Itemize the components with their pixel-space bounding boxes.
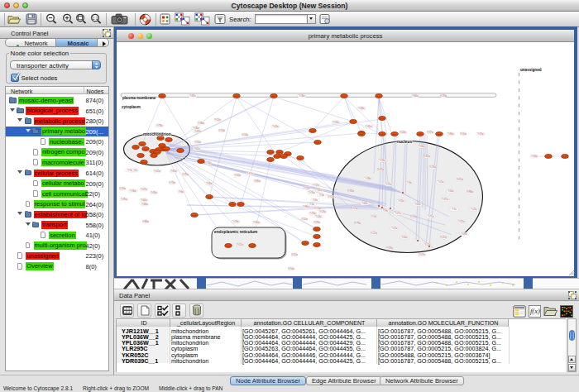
svg-text:Yr36w: Yr36w bbox=[130, 189, 136, 193]
svg-text:Yr61w: Yr61w bbox=[457, 178, 463, 181]
svg-text:Yr43w: Yr43w bbox=[461, 232, 467, 236]
svg-text:Yr61w: Yr61w bbox=[170, 170, 177, 173]
svg-text:Yr85w: Yr85w bbox=[254, 179, 261, 183]
svg-text:Yr76w: Yr76w bbox=[309, 191, 315, 194]
svg-text:Yr4w: Yr4w bbox=[407, 181, 412, 184]
svg-text:Yr34w: Yr34w bbox=[358, 107, 365, 110]
svg-text:Yr4w: Yr4w bbox=[206, 161, 211, 165]
svg-text:Yr54w: Yr54w bbox=[288, 267, 294, 270]
svg-text:Yr20w: Yr20w bbox=[119, 187, 126, 190]
svg-text:Yr67w: Yr67w bbox=[442, 198, 448, 201]
svg-text:Yr64w: Yr64w bbox=[401, 236, 408, 239]
svg-text:Yr15w: Yr15w bbox=[328, 195, 334, 198]
svg-text:Yr13w: Yr13w bbox=[314, 207, 321, 210]
svg-text:Yr36w: Yr36w bbox=[198, 122, 204, 125]
svg-text:Yr55w: Yr55w bbox=[194, 141, 201, 144]
svg-text:Yr1w: Yr1w bbox=[309, 203, 314, 206]
svg-text:Yr70w: Yr70w bbox=[385, 183, 392, 186]
svg-text:Yr23w: Yr23w bbox=[319, 210, 326, 213]
svg-text:Yr82w: Yr82w bbox=[189, 94, 196, 98]
svg-text:Yr1w: Yr1w bbox=[452, 208, 457, 211]
svg-text:Yr47w: Yr47w bbox=[141, 188, 147, 191]
svg-text:Yr27w: Yr27w bbox=[395, 212, 401, 215]
svg-text:Yr66w: Yr66w bbox=[141, 203, 148, 206]
svg-text:Yr59w: Yr59w bbox=[386, 246, 393, 250]
svg-text:Yr22w: Yr22w bbox=[440, 236, 447, 239]
svg-text:Yr35w: Yr35w bbox=[121, 198, 127, 201]
svg-text:Yr41w: Yr41w bbox=[438, 180, 444, 184]
svg-text:Yr10w: Yr10w bbox=[460, 132, 467, 136]
svg-text:Yr73w: Yr73w bbox=[169, 181, 175, 184]
svg-text:Yr79w: Yr79w bbox=[182, 173, 189, 176]
svg-text:1:1: 1:1 bbox=[92, 17, 98, 21]
svg-text:cytoplasm: cytoplasm bbox=[122, 105, 141, 109]
svg-text:Yr32w: Yr32w bbox=[347, 189, 354, 193]
svg-text:Yr78w: Yr78w bbox=[156, 124, 163, 127]
svg-text:nucleus: nucleus bbox=[397, 140, 412, 144]
svg-text:Yr33w: Yr33w bbox=[379, 159, 385, 162]
svg-text:Yr14w: Yr14w bbox=[242, 133, 248, 136]
svg-text:Yr24w: Yr24w bbox=[400, 131, 406, 134]
svg-text:Yr64w: Yr64w bbox=[361, 202, 368, 205]
svg-text:Yr41w: Yr41w bbox=[154, 170, 160, 173]
svg-text:Yr7w: Yr7w bbox=[127, 169, 132, 172]
svg-text:Yr72w: Yr72w bbox=[313, 184, 319, 187]
svg-text:Yr0w: Yr0w bbox=[313, 198, 318, 202]
svg-text:Yr9w: Yr9w bbox=[383, 209, 388, 213]
svg-text:Yr13w: Yr13w bbox=[429, 165, 436, 169]
svg-text:Yr31w: Yr31w bbox=[477, 132, 484, 136]
svg-text:Yr25w: Yr25w bbox=[458, 220, 465, 223]
svg-text:Yr71w: Yr71w bbox=[428, 215, 434, 218]
svg-text:Yr82w: Yr82w bbox=[316, 189, 323, 192]
svg-text:Yr40w: Yr40w bbox=[414, 203, 421, 206]
svg-text:Yr52w: Yr52w bbox=[237, 243, 243, 246]
svg-text:Yr88w: Yr88w bbox=[142, 220, 149, 223]
svg-text:Yr6w: Yr6w bbox=[179, 190, 184, 194]
svg-text:Yr29w: Yr29w bbox=[440, 94, 447, 98]
svg-text:Yr54w: Yr54w bbox=[234, 174, 241, 177]
svg-text:Yr60w: Yr60w bbox=[141, 198, 147, 202]
svg-text:Yr2w: Yr2w bbox=[371, 215, 376, 218]
svg-text:Yr86w: Yr86w bbox=[303, 205, 309, 208]
svg-text:plasma membrane: plasma membrane bbox=[122, 96, 156, 100]
svg-text:Yr13w: Yr13w bbox=[309, 212, 316, 215]
svg-text:Yr88w: Yr88w bbox=[467, 190, 473, 194]
svg-text:Yr84w: Yr84w bbox=[412, 94, 419, 98]
svg-text:Yr16w: Yr16w bbox=[398, 199, 404, 203]
svg-text:Yr42w: Yr42w bbox=[377, 168, 384, 171]
svg-text:Yr67w: Yr67w bbox=[246, 172, 253, 175]
svg-text:Yr62w: Yr62w bbox=[194, 147, 200, 151]
svg-text:Yr45w: Yr45w bbox=[253, 221, 260, 224]
svg-text:Yr63w: Yr63w bbox=[151, 191, 157, 194]
svg-text:Yr36w: Yr36w bbox=[193, 127, 199, 130]
svg-text:Yr64w: Yr64w bbox=[304, 186, 310, 189]
svg-text:Yr25w: Yr25w bbox=[471, 208, 477, 211]
svg-text:unassigned: unassigned bbox=[520, 68, 542, 72]
svg-text:Yr65w: Yr65w bbox=[366, 125, 372, 128]
svg-text:Yr36w: Yr36w bbox=[299, 94, 305, 98]
svg-text:Yr17w: Yr17w bbox=[419, 253, 425, 256]
svg-text:Yr64w: Yr64w bbox=[447, 189, 454, 193]
svg-text:Yr20w: Yr20w bbox=[333, 121, 339, 124]
svg-text:Yr2w: Yr2w bbox=[319, 194, 324, 197]
svg-text:Yr57w: Yr57w bbox=[351, 207, 357, 210]
svg-text:Yr29w: Yr29w bbox=[313, 221, 320, 224]
svg-text:Yr42w: Yr42w bbox=[194, 130, 201, 133]
svg-text:Yr64w: Yr64w bbox=[419, 145, 425, 148]
svg-text:Yr38w: Yr38w bbox=[365, 177, 371, 180]
svg-text:Yr84w: Yr84w bbox=[447, 132, 454, 136]
svg-text:Yr57w: Yr57w bbox=[427, 131, 433, 134]
svg-text:Yr19w: Yr19w bbox=[232, 220, 239, 223]
svg-text:Yr41w: Yr41w bbox=[272, 125, 279, 128]
svg-text:endoplasmic reticulum: endoplasmic reticulum bbox=[214, 230, 257, 234]
svg-text:mitochondrion: mitochondrion bbox=[143, 132, 171, 136]
svg-text:Yr50w: Yr50w bbox=[410, 215, 417, 218]
svg-text:Yr22w: Yr22w bbox=[371, 232, 377, 235]
svg-text:Yr82w: Yr82w bbox=[423, 155, 430, 158]
svg-text:Yr70w: Yr70w bbox=[218, 129, 225, 132]
svg-text:Yr34w: Yr34w bbox=[531, 155, 538, 158]
svg-text:Yr41w: Yr41w bbox=[391, 227, 398, 230]
svg-text:Yr10w: Yr10w bbox=[301, 218, 308, 221]
svg-text:Yr30w: Yr30w bbox=[206, 182, 213, 185]
svg-text:Yr52w: Yr52w bbox=[214, 118, 221, 122]
